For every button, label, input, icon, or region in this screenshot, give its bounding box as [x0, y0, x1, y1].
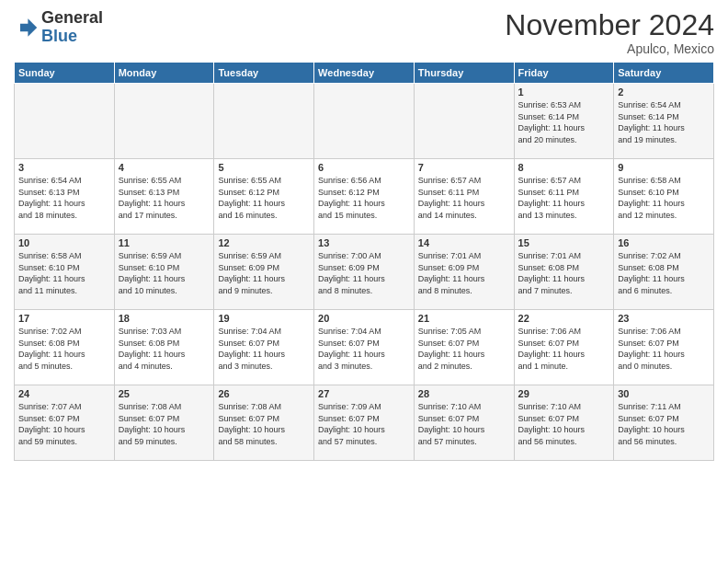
calendar-cell: 30Sunrise: 7:11 AM Sunset: 6:07 PM Dayli… [614, 385, 714, 461]
calendar-cell: 2Sunrise: 6:54 AM Sunset: 6:14 PM Daylig… [614, 84, 714, 159]
day-info: Sunrise: 6:59 AM Sunset: 6:10 PM Dayligh… [119, 250, 210, 296]
day-info: Sunrise: 6:54 AM Sunset: 6:13 PM Dayligh… [18, 175, 110, 221]
day-number: 12 [218, 237, 310, 248]
weekday-header: Thursday [414, 63, 514, 84]
header-row: SundayMondayTuesdayWednesdayThursdayFrid… [15, 63, 714, 84]
calendar-cell: 5Sunrise: 6:55 AM Sunset: 6:12 PM Daylig… [214, 159, 314, 235]
calendar-cell: 28Sunrise: 7:10 AM Sunset: 6:07 PM Dayli… [414, 385, 514, 461]
day-number: 30 [618, 388, 710, 399]
calendar-cell: 9Sunrise: 6:58 AM Sunset: 6:10 PM Daylig… [614, 159, 714, 235]
calendar-body: 1Sunrise: 6:53 AM Sunset: 6:14 PM Daylig… [15, 84, 714, 461]
svg-marker-0 [20, 18, 37, 37]
logo-text: General Blue [41, 9, 103, 46]
day-number: 22 [518, 313, 610, 324]
calendar-cell: 26Sunrise: 7:08 AM Sunset: 6:07 PM Dayli… [214, 385, 314, 461]
week-row: 1Sunrise: 6:53 AM Sunset: 6:14 PM Daylig… [15, 84, 714, 159]
day-info: Sunrise: 6:57 AM Sunset: 6:11 PM Dayligh… [418, 175, 510, 221]
weekday-header: Monday [114, 63, 214, 84]
calendar-cell [114, 84, 214, 159]
week-row: 17Sunrise: 7:02 AM Sunset: 6:08 PM Dayli… [15, 310, 714, 385]
calendar-cell: 29Sunrise: 7:10 AM Sunset: 6:07 PM Dayli… [514, 385, 614, 461]
day-number: 4 [119, 162, 210, 173]
day-info: Sunrise: 6:59 AM Sunset: 6:09 PM Dayligh… [218, 250, 310, 296]
calendar-cell [314, 84, 415, 159]
day-number: 1 [518, 86, 610, 98]
calendar-cell: 24Sunrise: 7:07 AM Sunset: 6:07 PM Dayli… [15, 385, 115, 461]
day-info: Sunrise: 7:01 AM Sunset: 6:09 PM Dayligh… [418, 250, 510, 296]
page-container: General Blue November 2024 Apulco, Mexic… [0, 0, 728, 465]
calendar-cell: 19Sunrise: 7:04 AM Sunset: 6:07 PM Dayli… [214, 310, 314, 385]
logo-icon [14, 15, 40, 40]
day-info: Sunrise: 7:11 AM Sunset: 6:07 PM Dayligh… [618, 401, 710, 447]
day-number: 5 [218, 162, 310, 173]
day-info: Sunrise: 6:55 AM Sunset: 6:13 PM Dayligh… [119, 175, 210, 221]
day-info: Sunrise: 6:56 AM Sunset: 6:12 PM Dayligh… [318, 175, 410, 221]
day-number: 6 [318, 162, 410, 173]
calendar-cell: 7Sunrise: 6:57 AM Sunset: 6:11 PM Daylig… [414, 159, 514, 235]
day-info: Sunrise: 6:58 AM Sunset: 6:10 PM Dayligh… [18, 250, 110, 296]
calendar-cell: 18Sunrise: 7:03 AM Sunset: 6:08 PM Dayli… [114, 310, 214, 385]
calendar-cell: 3Sunrise: 6:54 AM Sunset: 6:13 PM Daylig… [15, 159, 115, 235]
day-number: 8 [518, 162, 610, 173]
calendar-cell: 23Sunrise: 7:06 AM Sunset: 6:07 PM Dayli… [614, 310, 714, 385]
day-info: Sunrise: 7:08 AM Sunset: 6:07 PM Dayligh… [218, 401, 310, 447]
day-number: 15 [518, 237, 610, 248]
day-info: Sunrise: 7:05 AM Sunset: 6:07 PM Dayligh… [418, 326, 510, 372]
day-number: 14 [418, 237, 510, 248]
day-info: Sunrise: 6:58 AM Sunset: 6:10 PM Dayligh… [618, 175, 710, 221]
weekday-header: Friday [514, 63, 614, 84]
day-info: Sunrise: 7:02 AM Sunset: 6:08 PM Dayligh… [18, 326, 110, 372]
day-info: Sunrise: 7:04 AM Sunset: 6:07 PM Dayligh… [318, 326, 410, 372]
week-row: 3Sunrise: 6:54 AM Sunset: 6:13 PM Daylig… [15, 159, 714, 235]
title-block: November 2024 Apulco, Mexico [505, 9, 714, 56]
day-number: 28 [418, 388, 510, 399]
calendar-cell: 8Sunrise: 6:57 AM Sunset: 6:11 PM Daylig… [514, 159, 614, 235]
calendar-cell [15, 84, 115, 159]
calendar-cell: 10Sunrise: 6:58 AM Sunset: 6:10 PM Dayli… [15, 235, 115, 310]
weekday-header: Wednesday [314, 63, 415, 84]
weekday-header: Tuesday [214, 63, 314, 84]
day-number: 3 [18, 162, 110, 173]
day-number: 11 [119, 237, 210, 248]
day-number: 9 [618, 162, 710, 173]
day-info: Sunrise: 7:10 AM Sunset: 6:07 PM Dayligh… [518, 401, 610, 447]
day-info: Sunrise: 7:03 AM Sunset: 6:08 PM Dayligh… [119, 326, 210, 372]
day-number: 20 [318, 313, 410, 324]
day-number: 25 [119, 388, 210, 399]
day-number: 16 [618, 237, 710, 248]
day-number: 17 [18, 313, 110, 324]
day-info: Sunrise: 6:55 AM Sunset: 6:12 PM Dayligh… [218, 175, 310, 221]
week-row: 24Sunrise: 7:07 AM Sunset: 6:07 PM Dayli… [15, 385, 714, 461]
day-number: 2 [618, 86, 710, 98]
day-number: 7 [418, 162, 510, 173]
day-info: Sunrise: 7:04 AM Sunset: 6:07 PM Dayligh… [218, 326, 310, 372]
calendar-header: SundayMondayTuesdayWednesdayThursdayFrid… [15, 63, 714, 84]
day-number: 19 [218, 313, 310, 324]
day-info: Sunrise: 7:00 AM Sunset: 6:09 PM Dayligh… [318, 250, 410, 296]
calendar-cell: 15Sunrise: 7:01 AM Sunset: 6:08 PM Dayli… [514, 235, 614, 310]
day-number: 27 [318, 388, 410, 399]
day-info: Sunrise: 6:54 AM Sunset: 6:14 PM Dayligh… [618, 99, 710, 145]
logo: General Blue [14, 9, 103, 46]
location: Apulco, Mexico [505, 41, 714, 56]
calendar-cell [414, 84, 514, 159]
day-number: 26 [218, 388, 310, 399]
day-number: 23 [618, 313, 710, 324]
calendar-cell: 4Sunrise: 6:55 AM Sunset: 6:13 PM Daylig… [114, 159, 214, 235]
header: General Blue November 2024 Apulco, Mexic… [14, 9, 714, 56]
calendar-cell: 22Sunrise: 7:06 AM Sunset: 6:07 PM Dayli… [514, 310, 614, 385]
calendar-cell: 21Sunrise: 7:05 AM Sunset: 6:07 PM Dayli… [414, 310, 514, 385]
calendar-cell: 1Sunrise: 6:53 AM Sunset: 6:14 PM Daylig… [514, 84, 614, 159]
day-info: Sunrise: 7:08 AM Sunset: 6:07 PM Dayligh… [119, 401, 210, 447]
calendar-cell: 25Sunrise: 7:08 AM Sunset: 6:07 PM Dayli… [114, 385, 214, 461]
day-number: 24 [18, 388, 110, 399]
calendar-cell: 12Sunrise: 6:59 AM Sunset: 6:09 PM Dayli… [214, 235, 314, 310]
day-number: 18 [119, 313, 210, 324]
day-info: Sunrise: 6:53 AM Sunset: 6:14 PM Dayligh… [518, 99, 610, 145]
day-info: Sunrise: 7:06 AM Sunset: 6:07 PM Dayligh… [618, 326, 710, 372]
day-number: 13 [318, 237, 410, 248]
day-info: Sunrise: 7:01 AM Sunset: 6:08 PM Dayligh… [518, 250, 610, 296]
calendar-cell: 27Sunrise: 7:09 AM Sunset: 6:07 PM Dayli… [314, 385, 415, 461]
calendar-cell: 17Sunrise: 7:02 AM Sunset: 6:08 PM Dayli… [15, 310, 115, 385]
calendar-cell: 20Sunrise: 7:04 AM Sunset: 6:07 PM Dayli… [314, 310, 415, 385]
